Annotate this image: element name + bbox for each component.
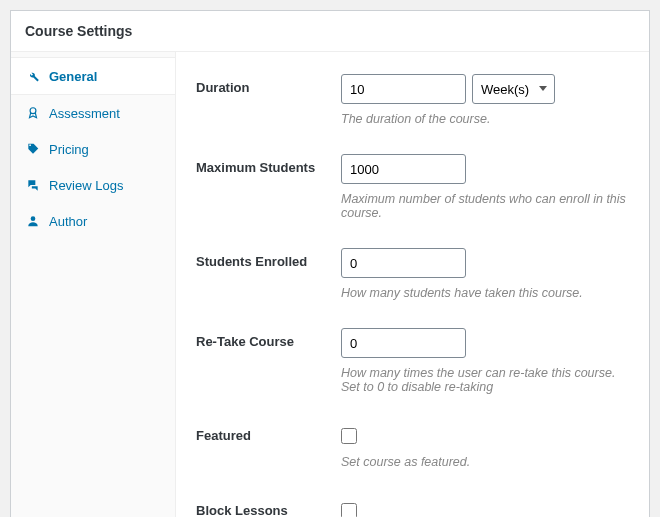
tab-general[interactable]: General — [11, 57, 175, 95]
field-label: Featured — [196, 422, 341, 469]
retake-input[interactable] — [341, 328, 466, 358]
tag-icon — [25, 141, 41, 157]
duration-input[interactable] — [341, 74, 466, 104]
panel-body: General Assessment Pricing Review Logs — [11, 52, 649, 517]
field-duration: Duration Week(s) The duration of the cou… — [196, 64, 629, 144]
tab-label: Pricing — [49, 142, 89, 157]
field-desc: The duration of the course. — [341, 112, 629, 126]
max-students-input[interactable] — [341, 154, 466, 184]
user-icon — [25, 213, 41, 229]
svg-point-1 — [31, 216, 36, 221]
tab-pricing[interactable]: Pricing — [11, 131, 175, 167]
tab-label: Review Logs — [49, 178, 123, 193]
panel-title: Course Settings — [11, 11, 649, 52]
tab-author[interactable]: Author — [11, 203, 175, 239]
field-desc: How many times the user can re-take this… — [341, 366, 629, 394]
field-label: Students Enrolled — [196, 248, 341, 300]
field-block-lessons: Block Lessons Block lessons content when… — [196, 487, 629, 517]
tab-label: Author — [49, 214, 87, 229]
sidebar-tabs: General Assessment Pricing Review Logs — [11, 52, 176, 517]
tab-review-logs[interactable]: Review Logs — [11, 167, 175, 203]
field-featured: Featured Set course as featured. — [196, 412, 629, 487]
students-enrolled-input[interactable] — [341, 248, 466, 278]
field-retake: Re-Take Course How many times the user c… — [196, 318, 629, 412]
field-max-students: Maximum Students Maximum number of stude… — [196, 144, 629, 238]
medal-icon — [25, 105, 41, 121]
field-label: Maximum Students — [196, 154, 341, 220]
wrench-icon — [25, 68, 41, 84]
field-desc: Set course as featured. — [341, 455, 629, 469]
field-students-enrolled: Students Enrolled How many students have… — [196, 238, 629, 318]
duration-unit-select[interactable]: Week(s) — [472, 74, 555, 104]
field-label: Block Lessons — [196, 497, 341, 517]
tab-label: General — [49, 69, 97, 84]
tab-assessment[interactable]: Assessment — [11, 95, 175, 131]
field-desc: How many students have taken this course… — [341, 286, 629, 300]
course-settings-panel: Course Settings General Assessment Prici… — [10, 10, 650, 517]
settings-content: Duration Week(s) The duration of the cou… — [176, 52, 649, 517]
field-label: Duration — [196, 74, 341, 126]
chat-icon — [25, 177, 41, 193]
block-lessons-checkbox[interactable] — [341, 503, 357, 517]
featured-checkbox[interactable] — [341, 428, 357, 444]
field-label: Re-Take Course — [196, 328, 341, 394]
field-desc: Maximum number of students who can enrol… — [341, 192, 629, 220]
svg-point-0 — [30, 108, 36, 114]
tab-label: Assessment — [49, 106, 120, 121]
